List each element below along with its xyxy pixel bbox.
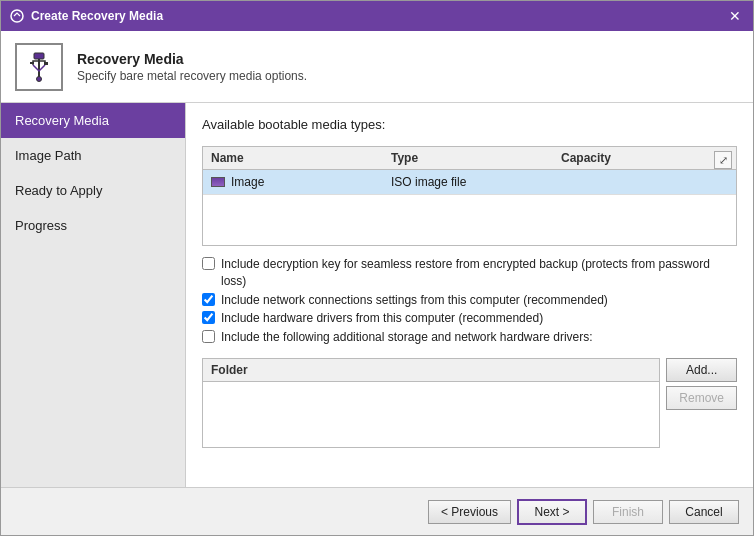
- folder-table-wrap: Folder: [202, 358, 660, 448]
- cell-type: ISO image file: [383, 170, 553, 194]
- main-window: Create Recovery Media ✕ Recovery Media S…: [0, 0, 754, 536]
- cell-name: Image: [203, 170, 383, 194]
- window-title: Create Recovery Media: [31, 9, 725, 23]
- checkbox-network-row: Include network connections settings fro…: [202, 292, 737, 309]
- cell-capacity: [553, 170, 736, 194]
- main-content: Recovery Media Image Path Ready to Apply…: [1, 103, 753, 487]
- empty-rows: [203, 195, 736, 245]
- sidebar-item-progress[interactable]: Progress: [1, 208, 185, 243]
- header-icon-box: [15, 43, 63, 91]
- checkbox-storage-row: Include the following additional storage…: [202, 329, 737, 346]
- sidebar-item-ready-to-apply[interactable]: Ready to Apply: [1, 173, 185, 208]
- col-capacity: Capacity: [553, 147, 736, 169]
- col-name: Name: [203, 147, 383, 169]
- sidebar-item-image-path[interactable]: Image Path: [1, 138, 185, 173]
- usb-icon: [23, 51, 55, 83]
- svg-rect-1: [34, 53, 44, 59]
- checkboxes-group: Include decryption key for seamless rest…: [202, 256, 737, 348]
- window-icon: [9, 8, 25, 24]
- checkbox-decrypt[interactable]: [202, 257, 215, 270]
- folder-col: Folder: [203, 359, 659, 381]
- checkbox-storage[interactable]: [202, 330, 215, 343]
- section-label: Available bootable media types:: [202, 117, 737, 132]
- media-table-header: Name Type Capacity: [203, 147, 736, 170]
- footer: < Previous Next > Finish Cancel: [1, 487, 753, 535]
- header-subtitle: Specify bare metal recovery media option…: [77, 69, 307, 83]
- content-panel: Available bootable media types: Name Typ…: [186, 103, 753, 487]
- header-panel: Recovery Media Specify bare metal recove…: [1, 31, 753, 103]
- next-button[interactable]: Next >: [517, 499, 587, 525]
- svg-rect-3: [44, 62, 48, 65]
- checkbox-hardware-row: Include hardware drivers from this compu…: [202, 310, 737, 327]
- svg-rect-4: [30, 62, 34, 64]
- finish-button[interactable]: Finish: [593, 500, 663, 524]
- folder-section: Folder Add... Remove: [202, 358, 737, 448]
- checkbox-decrypt-row: Include decryption key for seamless rest…: [202, 256, 737, 290]
- remove-button[interactable]: Remove: [666, 386, 737, 410]
- previous-button[interactable]: < Previous: [428, 500, 511, 524]
- add-button[interactable]: Add...: [666, 358, 737, 382]
- svg-point-0: [11, 10, 23, 22]
- table-row[interactable]: Image ISO image file: [203, 170, 736, 195]
- folder-table-header: Folder: [203, 359, 659, 382]
- checkbox-decrypt-label: Include decryption key for seamless rest…: [221, 256, 737, 290]
- svg-point-2: [37, 76, 42, 81]
- sidebar-item-recovery-media[interactable]: Recovery Media: [1, 103, 185, 138]
- checkbox-network-label: Include network connections settings fro…: [221, 292, 608, 309]
- checkbox-hardware-label: Include hardware drivers from this compu…: [221, 310, 543, 327]
- sidebar: Recovery Media Image Path Ready to Apply…: [1, 103, 186, 487]
- checkbox-network[interactable]: [202, 293, 215, 306]
- expand-icon[interactable]: ⤢: [714, 151, 732, 169]
- image-icon: [211, 177, 225, 187]
- col-type: Type: [383, 147, 553, 169]
- media-table: Name Type Capacity Image ISO image file …: [202, 146, 737, 246]
- folder-table-body: [203, 382, 659, 444]
- cancel-button[interactable]: Cancel: [669, 500, 739, 524]
- header-text: Recovery Media Specify bare metal recove…: [77, 51, 307, 83]
- add-remove-group: Add... Remove: [666, 358, 737, 410]
- close-button[interactable]: ✕: [725, 6, 745, 26]
- checkbox-storage-label: Include the following additional storage…: [221, 329, 593, 346]
- folder-table: Folder: [202, 358, 660, 448]
- title-bar: Create Recovery Media ✕: [1, 1, 753, 31]
- checkbox-hardware[interactable]: [202, 311, 215, 324]
- header-title: Recovery Media: [77, 51, 307, 67]
